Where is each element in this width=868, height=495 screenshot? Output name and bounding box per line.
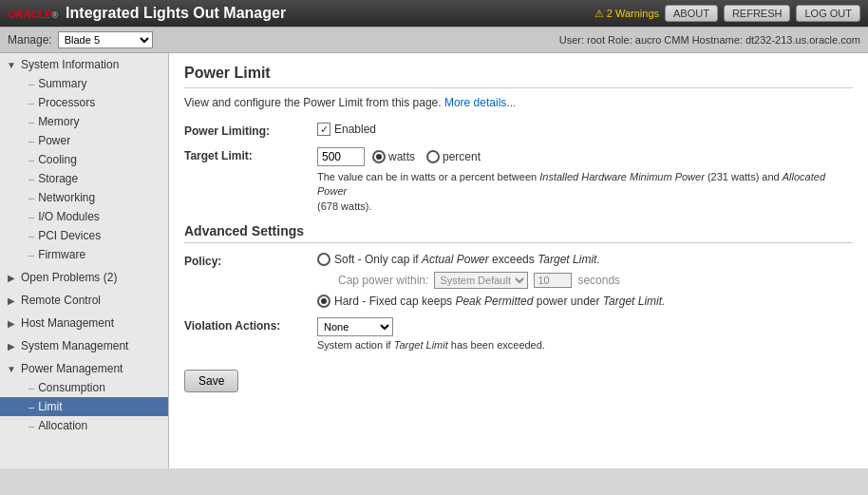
main-content: Power Limit View and configure the Power… <box>169 53 868 468</box>
logo-area: ORACLE® Integrated Lights Out Manager <box>8 5 286 22</box>
sidebar-item-host-management[interactable]: ▶ Host Management <box>0 314 168 333</box>
policy-row: Policy: Soft - Only cap if Actual Power … <box>184 253 853 308</box>
sidebar-item-firmware[interactable]: – Firmware <box>0 245 168 264</box>
manage-label: Manage: <box>8 33 52 47</box>
target-limit-input[interactable] <box>317 147 365 166</box>
watts-label: watts <box>388 150 415 163</box>
system-default-select[interactable]: System Default <box>434 272 528 289</box>
enabled-label: Enabled <box>334 123 376 136</box>
oracle-logo: ORACLE® <box>8 7 58 21</box>
logout-button[interactable]: LOG OUT <box>796 5 860 22</box>
percent-radio-dot[interactable] <box>426 150 440 163</box>
sidebar-item-open-problems[interactable]: ▶ Open Problems (2) <box>0 268 168 287</box>
system-management-section: ▶ System Management <box>0 334 168 357</box>
save-button[interactable]: Save <box>184 370 238 392</box>
top-bar: ORACLE® Integrated Lights Out Manager ⚠ … <box>0 0 868 27</box>
installed-hw-label: Installed Hardware Minimum Power <box>539 171 705 182</box>
sidebar-item-consumption[interactable]: – Consumption <box>0 378 168 397</box>
top-actions: ⚠ 2 Warnings ABOUT REFRESH LOG OUT <box>594 5 860 22</box>
allocated-power-value: (678 watts). <box>317 200 371 212</box>
seconds-input[interactable] <box>534 273 572 288</box>
expand-icon-host: ▶ <box>6 317 17 329</box>
power-management-section: ▼ Power Management – Consumption – Limit… <box>0 357 168 437</box>
sidebar-item-system-management[interactable]: ▶ System Management <box>0 336 168 355</box>
percent-label: percent <box>443 150 481 163</box>
watts-radio-dot[interactable] <box>372 150 386 163</box>
sidebar-item-storage[interactable]: – Storage <box>0 169 168 188</box>
violation-actions-label: Violation Actions: <box>184 317 317 333</box>
cap-power-label: Cap power within: <box>338 274 428 287</box>
soft-radio-dot[interactable] <box>317 253 330 266</box>
remote-control-section: ▶ Remote Control <box>0 289 168 312</box>
blade-select[interactable]: Blade 5 <box>58 31 153 48</box>
sidebar-item-processors[interactable]: – Processors <box>0 93 168 112</box>
target-limit-label: Target Limit: <box>184 147 317 162</box>
advanced-settings-title: Advanced Settings <box>184 223 853 243</box>
sidebar-item-summary[interactable]: – Summary <box>0 74 168 93</box>
sidebar: ▼ System Information – Summary – Process… <box>0 53 169 468</box>
target-limit-value: watts percent The value can be in watts … <box>317 147 853 214</box>
violation-actions-value: None System action if Target Limit has b… <box>317 317 853 351</box>
hard-radio-dot[interactable] <box>317 295 330 308</box>
sidebar-item-remote-control[interactable]: ▶ Remote Control <box>0 291 168 310</box>
soft-policy-option: Soft - Only cap if Actual Power exceeds … <box>317 253 853 266</box>
about-button[interactable]: ABOUT <box>665 5 718 22</box>
installed-hw-value: (231 watts) <box>708 171 759 182</box>
expand-icon-remote: ▶ <box>6 295 17 306</box>
app-title: Integrated Lights Out Manager <box>66 5 286 22</box>
sidebar-item-allocation[interactable]: – Allocation <box>0 416 168 435</box>
cap-power-row: Cap power within: System Default seconds <box>317 272 853 289</box>
layout: ▼ System Information – Summary – Process… <box>0 53 868 468</box>
system-info-section: ▼ System Information – Summary – Process… <box>0 53 168 266</box>
power-limiting-value: ✓ Enabled <box>317 123 853 136</box>
violation-actions-row: Violation Actions: None System action if… <box>184 317 853 351</box>
open-problems-section: ▶ Open Problems (2) <box>0 266 168 289</box>
expand-icon-power-mgmt: ▼ <box>6 363 17 374</box>
sidebar-item-io-modules[interactable]: – I/O Modules <box>0 207 168 226</box>
sidebar-item-cooling[interactable]: – Cooling <box>0 150 168 169</box>
value-hint: The value can be in watts or a percent b… <box>317 170 849 214</box>
warning-icon: ⚠ <box>594 8 604 20</box>
violation-actions-select[interactable]: None <box>317 317 393 336</box>
warnings-link[interactable]: ⚠ 2 Warnings <box>594 8 659 20</box>
manage-right: User: root Role: aucro CMM Hostname: dt2… <box>559 34 860 46</box>
manage-bar: Manage: Blade 5 User: root Role: aucro C… <box>0 27 868 53</box>
hard-policy-option: Hard - Fixed cap keeps Peak Permitted po… <box>317 295 853 308</box>
hard-label: Hard - Fixed cap keeps Peak Permitted po… <box>334 295 665 308</box>
seconds-label: seconds <box>577 274 620 287</box>
host-management-section: ▶ Host Management <box>0 312 168 334</box>
expand-icon-system: ▶ <box>6 340 17 352</box>
sidebar-item-power-management[interactable]: ▼ Power Management <box>0 359 168 378</box>
sidebar-item-system-information[interactable]: ▼ System Information <box>0 55 168 74</box>
sidebar-item-limit[interactable]: – Limit <box>0 397 168 416</box>
sidebar-item-networking[interactable]: – Networking <box>0 188 168 207</box>
violation-hint: System action if Target Limit has been e… <box>317 339 853 351</box>
target-limit-row: Target Limit: watts percent <box>184 147 853 214</box>
sidebar-item-power[interactable]: – Power <box>0 131 168 150</box>
soft-label: Soft - Only cap if Actual Power exceeds … <box>334 253 600 266</box>
expand-icon-problems: ▶ <box>6 272 17 283</box>
enabled-checkbox[interactable]: ✓ <box>317 123 330 136</box>
refresh-button[interactable]: REFRESH <box>724 5 791 22</box>
percent-radio[interactable]: percent <box>426 150 481 163</box>
sidebar-item-memory[interactable]: – Memory <box>0 112 168 131</box>
policy-label: Policy: <box>184 253 317 268</box>
page-title: Power Limit <box>184 65 853 88</box>
power-limiting-label: Power Limiting: <box>184 123 317 138</box>
more-details-link[interactable]: More details... <box>444 96 516 109</box>
watts-radio[interactable]: watts <box>372 150 415 163</box>
unit-radio-group: watts percent <box>372 150 481 163</box>
check-icon: ✓ <box>320 124 329 136</box>
sidebar-item-pci-devices[interactable]: – PCI Devices <box>0 226 168 245</box>
manage-left: Manage: Blade 5 <box>8 31 153 48</box>
enabled-checkbox-container: ✓ Enabled <box>317 123 853 136</box>
page-description: View and configure the Power Limit from … <box>184 96 853 109</box>
expand-icon: ▼ <box>6 59 17 70</box>
target-limit-inputs: watts percent <box>317 147 853 166</box>
policy-value: Soft - Only cap if Actual Power exceeds … <box>317 253 853 308</box>
power-limiting-row: Power Limiting: ✓ Enabled <box>184 123 853 138</box>
policy-options: Soft - Only cap if Actual Power exceeds … <box>317 253 853 308</box>
